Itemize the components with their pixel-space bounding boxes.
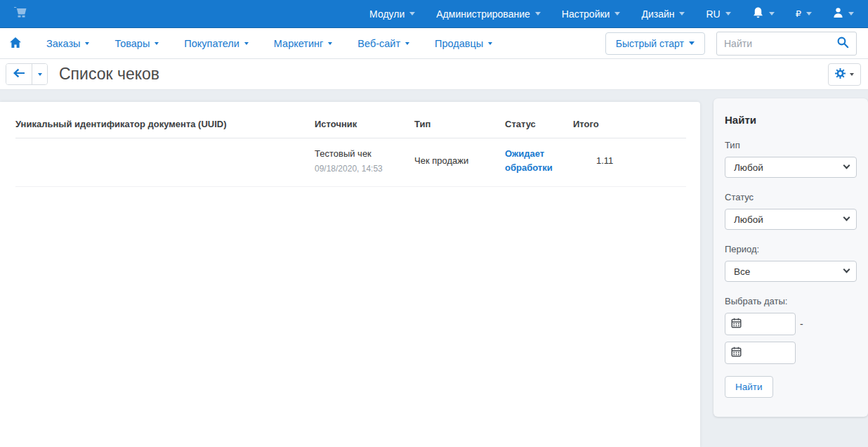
column-header-type: Тип bbox=[414, 119, 505, 138]
bell-icon bbox=[752, 6, 764, 21]
global-search-box bbox=[716, 32, 857, 56]
cell-source: Тестовый чек 09/18/2020, 14:53 bbox=[315, 138, 414, 187]
chevron-down-icon bbox=[769, 12, 775, 15]
topbar-menu-label: Администрирование bbox=[436, 8, 530, 20]
page-settings-button[interactable] bbox=[828, 63, 861, 86]
chevron-down-icon bbox=[850, 73, 854, 76]
topbar-menu-addons[interactable]: Модули bbox=[369, 8, 415, 20]
nav-item-label: Маркетинг bbox=[274, 38, 324, 49]
topbar-menu-language[interactable]: RU bbox=[706, 8, 730, 20]
nav-item-customers[interactable]: Покупатели bbox=[184, 38, 248, 49]
chevron-down-icon bbox=[154, 42, 159, 45]
filter-dates-label: Выбрать даты: bbox=[725, 296, 857, 306]
receipts-panel: Уникальный идентификатор документа (UUID… bbox=[0, 102, 700, 447]
back-split-button bbox=[6, 63, 48, 85]
filter-search-button[interactable]: Найти bbox=[725, 376, 773, 398]
chevron-down-icon bbox=[535, 12, 541, 15]
back-button[interactable] bbox=[6, 64, 32, 84]
quick-start-label: Быстрый старт bbox=[616, 38, 684, 49]
column-header-total: Итого bbox=[573, 119, 686, 138]
search-submit-button[interactable] bbox=[829, 32, 856, 55]
page-title: Список чеков bbox=[59, 65, 159, 84]
chevron-down-icon bbox=[409, 12, 415, 15]
filter-panel-title: Найти bbox=[725, 114, 857, 126]
topbar-menu-settings[interactable]: Настройки bbox=[562, 8, 621, 20]
topbar-menu-label: Модули bbox=[369, 8, 405, 20]
topbar-menu-administration[interactable]: Администрирование bbox=[436, 8, 541, 20]
nav-item-label: Продавцы bbox=[435, 38, 483, 49]
nav-item-vendors[interactable]: Продавцы bbox=[435, 38, 492, 49]
nav-item-orders[interactable]: Заказы bbox=[46, 38, 89, 49]
source-date: 09/18/2020, 14:53 bbox=[315, 162, 409, 175]
search-input[interactable] bbox=[717, 38, 829, 49]
nav-item-website[interactable]: Веб-сайт bbox=[357, 38, 409, 49]
cart-icon bbox=[13, 6, 29, 22]
page-titlebar: Список чеков bbox=[0, 59, 868, 90]
chevron-down-icon bbox=[848, 12, 854, 15]
filter-type-select[interactable]: Любой bbox=[725, 157, 857, 178]
topbar-menu-label: Дизайн bbox=[641, 8, 674, 20]
ruble-currency-icon: ₽ bbox=[796, 8, 801, 19]
filter-type-label: Тип bbox=[725, 140, 857, 150]
chevron-down-icon bbox=[85, 42, 89, 45]
date-from-row: - bbox=[725, 313, 857, 335]
chevron-down-icon bbox=[38, 73, 42, 76]
date-from-input[interactable] bbox=[746, 319, 787, 330]
search-filter-panel: Найти Тип Любой Статус Любой Период: Все… bbox=[714, 98, 868, 417]
admin-topbar: Модули Администрирование Настройки Дизай… bbox=[0, 0, 868, 28]
filter-type-select-wrap: Любой bbox=[725, 157, 857, 178]
filter-period-select-wrap: Все bbox=[725, 261, 857, 282]
filter-status-select[interactable]: Любой bbox=[725, 209, 857, 230]
nav-item-marketing[interactable]: Маркетинг bbox=[274, 38, 333, 49]
date-range-separator: - bbox=[800, 318, 803, 330]
nav-item-label: Веб-сайт bbox=[357, 38, 400, 49]
column-header-uuid: Уникальный идентификатор документа (UUID… bbox=[15, 119, 315, 138]
date-from-box bbox=[725, 313, 796, 335]
source-name: Тестовый чек bbox=[315, 148, 371, 159]
column-header-status: Статус bbox=[505, 119, 573, 138]
back-history-dropdown[interactable] bbox=[32, 64, 47, 84]
search-icon bbox=[836, 36, 849, 51]
chevron-down-icon bbox=[806, 12, 812, 15]
topbar-menu-design[interactable]: Дизайн bbox=[641, 8, 685, 20]
date-to-row bbox=[725, 342, 857, 364]
filter-period-label: Период: bbox=[725, 244, 857, 254]
nav-item-label: Товары bbox=[114, 38, 150, 49]
chevron-down-icon bbox=[689, 41, 695, 45]
chevron-down-icon bbox=[405, 42, 409, 45]
home-icon bbox=[10, 37, 21, 50]
storefront-cart-button[interactable] bbox=[13, 6, 29, 22]
cell-uuid bbox=[15, 138, 315, 187]
chevron-down-icon bbox=[725, 12, 731, 15]
cell-type: Чек продажи bbox=[414, 138, 505, 187]
date-to-input[interactable] bbox=[746, 348, 787, 358]
chevron-down-icon bbox=[244, 42, 249, 45]
arrow-left-icon bbox=[13, 68, 25, 80]
language-code-label: RU bbox=[706, 8, 720, 20]
chevron-down-icon bbox=[328, 42, 332, 45]
gear-icon bbox=[835, 68, 846, 81]
nav-item-label: Заказы bbox=[46, 38, 80, 49]
topbar-menu-currency[interactable]: ₽ bbox=[796, 8, 812, 19]
calendar-icon bbox=[731, 346, 742, 359]
nav-item-products[interactable]: Товары bbox=[114, 38, 159, 49]
cell-total: 1.11 bbox=[573, 138, 686, 187]
filter-period-select[interactable]: Все bbox=[725, 261, 857, 282]
home-button[interactable] bbox=[10, 37, 21, 50]
topbar-menu-notifications[interactable] bbox=[752, 6, 775, 21]
status-link[interactable]: Ожидает обработки bbox=[505, 148, 553, 173]
topbar-menu-label: Настройки bbox=[562, 8, 610, 20]
chevron-down-icon bbox=[679, 12, 685, 15]
date-to-box bbox=[725, 342, 796, 364]
topbar-menu-account[interactable] bbox=[833, 7, 854, 20]
page-body: Уникальный идентификатор документа (UUID… bbox=[0, 90, 868, 447]
chevron-down-icon bbox=[488, 42, 492, 45]
table-header-row: Уникальный идентификатор документа (UUID… bbox=[15, 119, 686, 138]
filter-status-select-wrap: Любой bbox=[725, 209, 857, 230]
quick-start-button[interactable]: Быстрый старт bbox=[605, 32, 705, 55]
filter-status-label: Статус bbox=[725, 192, 857, 202]
topbar-menu-group: Модули Администрирование Настройки Дизай… bbox=[369, 6, 854, 21]
cell-status: Ожидает обработки bbox=[505, 138, 573, 187]
chevron-down-icon bbox=[614, 12, 620, 15]
calendar-icon bbox=[731, 318, 742, 330]
